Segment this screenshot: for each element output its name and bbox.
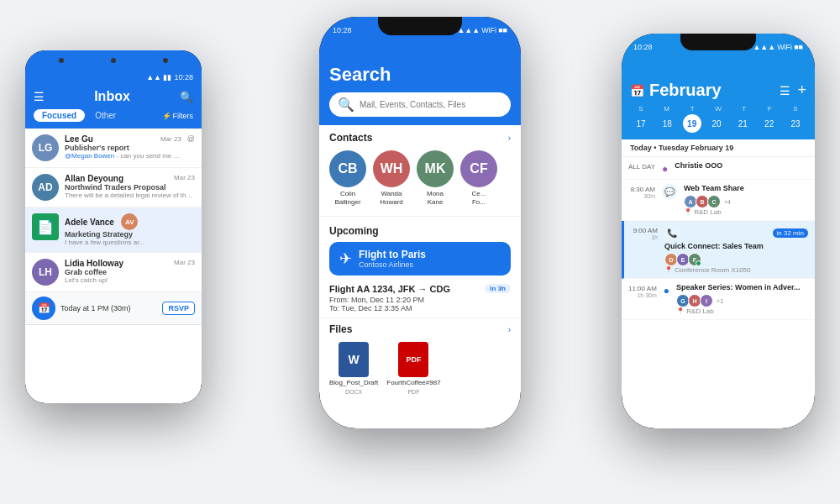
flight-badge: In 3h (485, 284, 511, 293)
contact-item[interactable]: WH Wanda Howard (373, 150, 410, 206)
avatar: AD (32, 174, 59, 201)
signal-right: ▲▲▲ WiFi ■■ (753, 43, 803, 51)
contact-name: Colin Ballinger (334, 190, 360, 206)
email-subject: Grab coffee (65, 268, 195, 276)
attachment-icon: @ (187, 134, 195, 143)
email-item[interactable]: LH Lidia Holloway Mar 23 Grab coffee Let… (25, 253, 202, 292)
contact-item[interactable]: CF Ce... Fo... (460, 150, 497, 206)
filter-button[interactable]: ⚡ Filters (162, 112, 194, 120)
contact-avatar: CB (329, 150, 366, 187)
email-attachment-icon: 📄 (32, 213, 59, 240)
email-date: Mar 23 (174, 174, 195, 183)
event-title: Christie OOO (675, 161, 808, 170)
file-item[interactable]: W Blog_Post_Draft DOCX (329, 342, 378, 395)
avatars-row: D E F (664, 253, 808, 266)
email-content: Adele Vance AV Marketing Strategy I have… (65, 213, 195, 246)
calendar-icon: 📅 (630, 84, 644, 97)
files-arrow[interactable]: › (508, 325, 511, 334)
cal-event[interactable]: 9:00 AM 1h 📞 in 32 min Quick Connect: Sa… (622, 221, 815, 279)
phone-icon: 📞 (664, 225, 680, 240)
email-date: Mar 23 (174, 259, 195, 268)
mini-avatar: C (707, 195, 721, 208)
meeting-time: Today at 1 PM (30m) (60, 304, 131, 312)
flight-card[interactable]: ✈ Flight to Paris Contoso Airlines (329, 242, 511, 276)
time-badge: in 32 min (773, 228, 808, 238)
search-input-bar[interactable]: 🔍 (329, 92, 511, 117)
flight-from: From: Mon, Dec 11 2:20 PM (329, 296, 511, 304)
cal-date[interactable]: 21 (732, 114, 753, 133)
search-icon: 🔍 (338, 97, 354, 113)
hamburger-icon[interactable]: ☰ (34, 90, 45, 103)
email-item[interactable]: 📄 Adele Vance AV Marketing Strategy I ha… (25, 207, 202, 253)
pdf-icon: PDF (398, 342, 428, 377)
email-content: Lee Gu Mar 23 Publisher's report @Megan … (65, 134, 181, 160)
location-icon: 📍 (684, 208, 692, 216)
flight-to: To: Tue, Dec 12 3:35 AM (329, 304, 511, 312)
notch-center (378, 17, 462, 35)
event-location: 📍 Conference Room X1050 (664, 266, 808, 274)
notch-right (680, 34, 756, 50)
cal-date-today[interactable]: 19 (683, 114, 701, 133)
search-input[interactable] (360, 100, 502, 109)
event-time: ALL DAY (628, 161, 655, 171)
contact-item[interactable]: MK Mona Kane (417, 150, 454, 206)
list-view-icon[interactable]: ☰ (780, 84, 790, 97)
plane-icon: ✈ (339, 249, 352, 268)
cal-event[interactable]: ALL DAY ● Christie OOO (622, 157, 815, 180)
event-time: 9:00 AM 1h (631, 225, 658, 240)
event-location: 📍 R&D Lab (676, 307, 808, 315)
meeting-bar[interactable]: 📅 Today at 1 PM (30m) RSVP (25, 292, 202, 325)
email-content: Allan Deyoung Mar 23 Northwind Traders P… (65, 174, 195, 199)
inbox-body: LG Lee Gu Mar 23 Publisher's report @Meg… (25, 129, 202, 403)
event-time: 11:00 AM 1h 30m (628, 283, 657, 298)
mini-avatar: F (688, 253, 701, 266)
cal-date[interactable]: 20 (706, 114, 727, 133)
flight-title: Flight to Paris (359, 249, 426, 260)
cal-header-top: 📅 February ☰ + (630, 81, 806, 100)
email-content: Lidia Holloway Mar 23 Grab coffee Let's … (65, 259, 195, 284)
divider (319, 216, 521, 217)
contacts-arrow[interactable]: › (508, 134, 511, 143)
phone-right: 10:28 ▲▲▲ WiFi ■■ 📅 February ☰ + (622, 34, 815, 428)
email-item[interactable]: LG Lee Gu Mar 23 Publisher's report @Meg… (25, 129, 202, 168)
event-title: Quick Connect: Sales Team (664, 242, 808, 250)
flight-subtitle: Contoso Airlines (359, 260, 426, 269)
email-item[interactable]: AD Allan Deyoung Mar 23 Northwind Trader… (25, 168, 202, 207)
cal-date[interactable]: 17 (630, 114, 652, 133)
file-item[interactable]: PDF FourthCoffee#987 PDF (386, 342, 440, 395)
cal-month: February (649, 81, 722, 100)
cal-date[interactable]: 22 (759, 114, 780, 133)
email-subject: Northwind Traders Proposal (65, 183, 195, 192)
contact-item[interactable]: CB Colin Ballinger (329, 150, 366, 206)
rsvp-button[interactable]: RSVP (162, 302, 195, 315)
contact-avatar: MK (417, 150, 454, 187)
tab-focused[interactable]: Focused (34, 109, 85, 122)
phone-left: ▲▲ ▮▮ 10:28 ☰ Inbox 🔍 Focused Other ⚡ Fi… (25, 50, 202, 403)
file-name: Blog_Post_Draft (329, 379, 378, 387)
tab-other[interactable]: Other (90, 109, 121, 122)
email-date: Mar 23 (160, 135, 181, 143)
cal-date[interactable]: 23 (785, 114, 806, 133)
flight-detail: Flight AA 1234, JFK → CDG In 3h From: Mo… (319, 279, 521, 318)
search-body: Contacts › CB Colin Ballinger WH Wanda (319, 125, 521, 428)
event-content: Christie OOO (675, 161, 808, 170)
plus-badge: +4 (724, 199, 731, 205)
file-type: DOCX (345, 389, 362, 395)
add-event-button[interactable]: + (797, 81, 806, 99)
status-icons-left: ▲▲ ▮▮ (146, 73, 171, 81)
android-notch (25, 50, 202, 71)
cal-date[interactable]: 18 (656, 114, 678, 133)
search-title: Search (329, 64, 511, 86)
search-header: Search 🔍 (319, 40, 521, 125)
files-section-header: Files › (329, 323, 511, 339)
event-time: 8:30 AM 30m (628, 184, 655, 199)
files-title: Files (329, 323, 352, 335)
filter-icon: ⚡ (162, 112, 171, 120)
contacts-title: Contacts (329, 132, 372, 144)
email-sender: Allan Deyoung (65, 174, 123, 183)
time-center: 10:28 (333, 26, 352, 34)
cal-event[interactable]: 8:30 AM 30m 💬 Web Team Share A B C +4 📍 … (622, 180, 815, 221)
cal-event[interactable]: 11:00 AM 1h 30m ● Speaker Series: Women … (622, 279, 815, 320)
event-dot-icon: ● (662, 161, 668, 175)
search-icon-inbox[interactable]: 🔍 (180, 91, 193, 103)
